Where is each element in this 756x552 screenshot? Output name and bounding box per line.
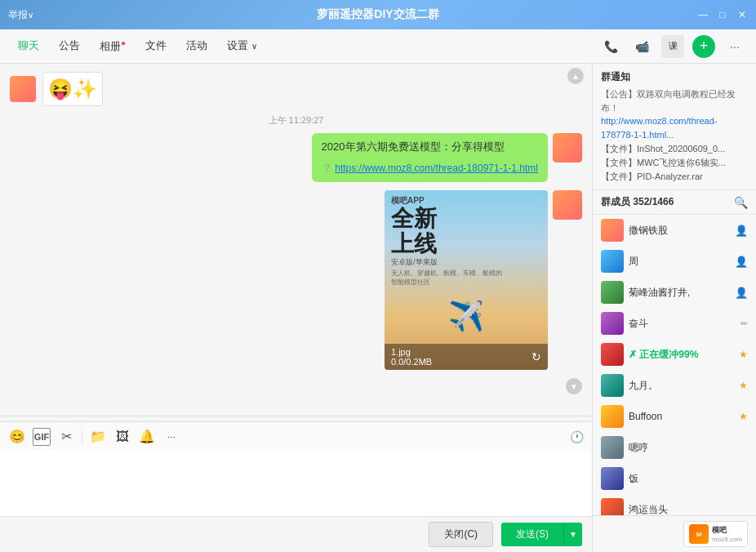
member-avatar: [601, 436, 624, 459]
message-timestamp: 上午 11:29:27: [10, 114, 582, 127]
maximize-button[interactable]: □: [717, 9, 728, 20]
send-button[interactable]: 发送(S): [501, 523, 563, 546]
member-item[interactable]: 奋斗 ✏: [593, 308, 756, 339]
member-item[interactable]: 周 👤: [593, 246, 756, 277]
member-name-buffoon: Buffoon: [629, 411, 734, 422]
message-list[interactable]: ▲ 😝✨ 上午 11:29:27 2020年第六期免费送模型：分享得模型 ？: [0, 64, 592, 411]
img-plane: ✈️: [448, 299, 485, 333]
scroll-down-button[interactable]: ▼: [566, 378, 582, 394]
member-name: 撒钢铁股: [629, 224, 730, 238]
member-item-buffoon[interactable]: Buffoon ★: [593, 401, 756, 432]
img-title: 全新上线: [391, 207, 437, 257]
scissors-button[interactable]: ✂: [57, 428, 75, 446]
image-button[interactable]: 🖼: [113, 428, 131, 446]
member-name: 菊峰油酱打井,: [629, 286, 730, 300]
notice-file-3: 【文件】PID-Analyzer.rar: [601, 171, 748, 183]
title-bar-dropdown[interactable]: ∨: [28, 11, 33, 20]
send-button-group: 发送(S) ▼: [501, 523, 582, 546]
notice-announcement: 【公告】双路双向电调教程已经发布！: [601, 89, 736, 113]
member-name: 周: [629, 255, 730, 269]
more-button[interactable]: ···: [723, 35, 746, 58]
nav-item-files[interactable]: 文件: [137, 33, 175, 58]
sticker-avatar: [10, 76, 36, 102]
member-icons: ✏: [740, 318, 748, 329]
img-filename: 1.jpg0.0/0.2MB: [391, 347, 432, 367]
image-message: 模吧APP 全新上线 安卓版/苹果版 无人机、穿越机、航模、车模、船模的智能模型…: [10, 190, 582, 370]
phone-button[interactable]: 📞: [599, 35, 622, 58]
refresh-icon[interactable]: ↻: [531, 350, 541, 363]
text-message-right: 2020年第六期免费送模型：分享得模型 ？ https://www.moz8.c…: [10, 133, 582, 182]
sticker-message: 😝✨: [10, 72, 582, 106]
scroll-top-button[interactable]: ▲: [567, 68, 584, 84]
member-title: 群成员 352/1466: [601, 195, 674, 209]
emoji-button[interactable]: 😊: [8, 428, 26, 446]
notice-link[interactable]: http://www.moz8.com/thread-178778-1-1.ht…: [601, 114, 748, 141]
folder-button[interactable]: 📁: [89, 428, 107, 446]
star-icon: ★: [739, 411, 748, 422]
star-icon: ★: [739, 349, 748, 360]
member-avatar: [601, 250, 624, 273]
msg-avatar-2: [553, 190, 582, 220]
edit-icon: ✏: [740, 318, 748, 329]
member-icons: 👤: [735, 287, 748, 299]
clock-button[interactable]: 🕐: [570, 430, 584, 443]
bell-button[interactable]: 🔔: [138, 428, 156, 446]
send-arrow-button[interactable]: ▼: [563, 523, 582, 546]
screen-button[interactable]: 课: [661, 35, 684, 58]
close-button[interactable]: ✕: [736, 9, 748, 20]
nav-bar: 聊天 公告 相册● 文件 活动 设置 ∨ 📞 📹 课 + ···: [0, 29, 756, 64]
title-bar: 举报 ∨ 萝丽遥控器DIY交流二群 — □ ✕: [0, 0, 756, 29]
nav-item-album[interactable]: 相册●: [91, 33, 134, 59]
member-icons-buffoon: ★: [739, 411, 748, 422]
msg-link[interactable]: https://www.moz8.com/thread-180971-1-1.h…: [335, 162, 538, 174]
member-avatar: [601, 281, 624, 304]
nav-item-activity[interactable]: 活动: [178, 33, 216, 58]
member-item[interactable]: ✗ 正在缓冲99% ★: [593, 339, 756, 370]
person-icon: 👤: [735, 287, 748, 299]
member-item[interactable]: 鸿运当头: [593, 494, 756, 515]
text-input[interactable]: [0, 451, 592, 516]
img-row: 模吧APP 全新上线 安卓版/苹果版 无人机、穿越机、航模、车模、船模的智能模型…: [385, 190, 582, 370]
person-icon: 👤: [735, 225, 748, 237]
nav-left: 聊天 公告 相册● 文件 活动 设置 ∨: [10, 33, 265, 59]
member-header: 群成员 352/1466 🔍: [593, 190, 756, 215]
plus-button[interactable]: +: [692, 35, 715, 58]
member-avatar: [601, 312, 624, 335]
gif-button[interactable]: GIF: [33, 428, 51, 446]
nav-item-chat[interactable]: 聊天: [10, 33, 47, 58]
member-avatar: [601, 343, 624, 366]
minimize-button[interactable]: —: [697, 9, 709, 20]
sticker-content: 😝✨: [42, 72, 103, 106]
member-avatar: [601, 467, 624, 490]
nav-item-settings[interactable]: 设置 ∨: [219, 33, 265, 58]
member-item[interactable]: 嗯哼: [593, 432, 756, 463]
member-name-buffering: ✗ 正在缓冲99%: [629, 348, 734, 362]
img-bottom-bar: 1.jpg0.0/0.2MB ↻: [385, 344, 548, 370]
member-icons: 👤: [735, 225, 748, 237]
member-item[interactable]: 九月。 ★: [593, 370, 756, 401]
member-name: 饭: [629, 472, 748, 486]
member-avatar: [601, 219, 624, 242]
member-item[interactable]: 撒钢铁股 👤: [593, 215, 756, 246]
toolbar-more-button[interactable]: ···: [162, 428, 180, 446]
member-name: 鸿运当头: [629, 503, 748, 516]
avatar-img: [553, 133, 582, 162]
nav-item-notice[interactable]: 公告: [51, 33, 88, 58]
member-item[interactable]: 饭: [593, 463, 756, 494]
close-button-action[interactable]: 关闭(C): [429, 522, 493, 547]
image-thumbnail[interactable]: 模吧APP 全新上线 安卓版/苹果版 无人机、穿越机、航模、车模、船模的智能模型…: [385, 190, 548, 370]
notice-title: 群通知: [601, 70, 748, 84]
notice-line-1: 【公告】双路双向电调教程已经发布！: [601, 87, 748, 114]
member-search-icon[interactable]: 🔍: [734, 196, 748, 209]
member-name: 奋斗: [629, 317, 736, 331]
title-bar-report[interactable]: 举报: [8, 8, 28, 22]
member-name: 嗯哼: [629, 441, 748, 455]
chat-area: ▲ 😝✨ 上午 11:29:27 2020年第六期免费送模型：分享得模型 ？: [0, 64, 593, 552]
chat-divider: [0, 416, 592, 416]
member-item[interactable]: 菊峰油酱打井, 👤: [593, 277, 756, 308]
main-layout: ▲ 😝✨ 上午 11:29:27 2020年第六期免费送模型：分享得模型 ？: [0, 64, 756, 552]
member-icons: ★: [739, 380, 748, 391]
member-avatar: [601, 374, 624, 397]
video-button[interactable]: 📹: [630, 35, 653, 58]
member-avatar: [601, 498, 624, 515]
